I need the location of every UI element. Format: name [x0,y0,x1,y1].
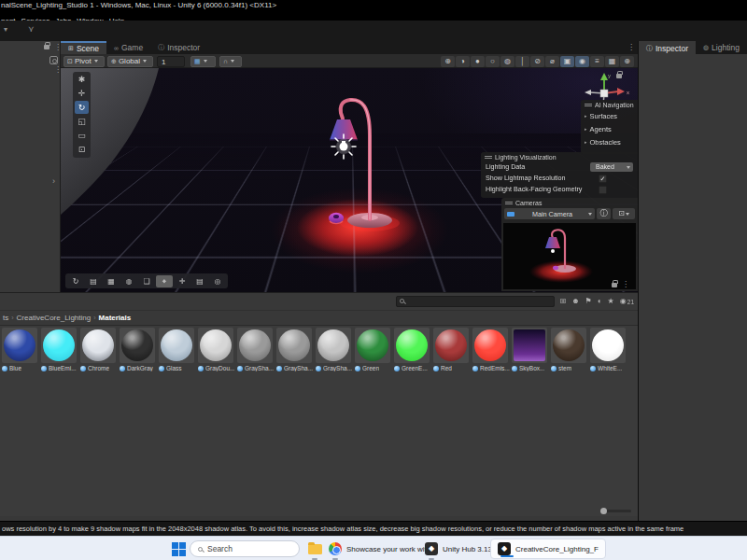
chrome-button[interactable]: Showcase your work wit [329,537,427,560]
pivot-icon: ⊡ [67,58,73,65]
tab-icon: ◍ [703,44,709,51]
lighting-data-dropdown[interactable]: Baked [590,162,633,172]
effects-dropdown-icon[interactable]: ◍ [500,56,514,67]
grid-settings-icon[interactable]: ▦ [605,56,619,67]
drag-handle[interactable] [505,202,513,204]
camera-select-dropdown[interactable]: Main Camera [504,208,595,219]
breadcrumb-current[interactable]: Materials [99,314,132,322]
paint-icon[interactable]: ❏ [138,275,155,287]
thumbnail-size-slider[interactable] [601,510,631,512]
start-button[interactable] [172,537,186,560]
layers-icon[interactable]: ▤ [191,275,208,287]
material-tile[interactable]: GraySha... [316,328,353,372]
cutting-tool-icon[interactable]: ⌀ [545,56,559,67]
scale-tool-icon[interactable]: ◱ [75,115,89,128]
project-search-input[interactable] [396,296,555,307]
show-lightmap-checkbox[interactable] [599,175,607,183]
lock-icon[interactable] [612,283,617,287]
material-tile[interactable]: Glass [159,328,196,372]
component-filter-icon[interactable]: ≡ [590,56,604,67]
material-tile[interactable]: GraySha... [237,328,275,372]
view-tab[interactable]: ∞ Game [106,41,150,54]
transform-tool-icon[interactable]: ⊡ [75,143,89,156]
expand-chevron-icon[interactable]: › [52,177,55,185]
material-tile[interactable]: BlueEmi... [41,328,78,372]
highlight-backfacing-checkbox[interactable] [599,186,607,194]
grid-size-input[interactable]: 1 [157,56,185,67]
material-tile[interactable]: Blue [2,328,39,372]
material-name: BlueEmi... [49,365,77,371]
material-tile[interactable]: GraySha... [276,328,314,372]
version-control-icon[interactable]: ⋎ [28,24,35,34]
filter-by-type-icon[interactable]: ☻ [571,296,580,307]
material-tile[interactable]: Red [433,328,471,372]
gizmo-y-label: y [608,73,611,78]
nav-section[interactable]: ▸ Obstacles [581,135,638,148]
hidden-objects-icon[interactable]: ⊘ [530,56,544,67]
filter-by-label-icon[interactable]: ⚑ [585,296,593,307]
scene-visibility-icon[interactable]: ◉ [575,56,589,67]
favorites-icon[interactable]: ★ [608,296,615,307]
material-tile[interactable]: DarkGray [120,328,157,372]
gizmo-lock-icon[interactable] [616,74,622,78]
material-tile[interactable]: GreenE... [394,328,431,372]
navigate-icon[interactable]: ◎ [209,275,226,287]
toolbar-dropdown-icon[interactable]: ▾ [4,25,7,34]
search-icon[interactable] [49,56,58,64]
kebab-menu-icon[interactable]: ⋮ [622,281,629,288]
panel-tab[interactable]: ◍ Lighting [696,41,747,54]
camera-settings-icon[interactable]: ▣ [560,56,574,67]
pivot-dropdown[interactable]: ⊡ Pivot [63,56,105,67]
move-icon[interactable]: ✛ [174,275,190,287]
material-tile[interactable]: Chrome [80,328,118,372]
tab-label: Inspector [167,43,200,52]
gizmos-dropdown-icon[interactable]: ⊕ [620,56,634,67]
grid-visual-icon[interactable]: ▦ [103,275,120,287]
snap-grid-dropdown[interactable]: ▦ [190,56,216,67]
search-provider-icon[interactable]: ◐ [598,296,603,307]
open-in-window-icon[interactable]: ⊞ [559,296,567,307]
separator[interactable]: │ [515,56,529,67]
panel-tab[interactable]: ⓘ Inspector [639,41,696,54]
snap-magnet-dropdown[interactable]: ∩ [219,56,242,67]
lighting-toggle-icon[interactable]: ● [471,56,485,67]
status-bar[interactable]: ows resolution by 4 to make 9 shadow map… [0,521,747,536]
breadcrumb-item[interactable]: ts [3,314,8,322]
file-explorer-button[interactable] [308,537,322,560]
camera-info-button[interactable]: ⓘ [597,208,611,219]
material-tile[interactable]: WhiteE... [590,328,627,372]
view-tab[interactable]: ⊞ Scene [61,41,106,54]
rect-tool-icon[interactable]: ▭ [75,129,89,142]
unity-hub-button[interactable]: ◆ Unity Hub 3.13.1 [425,537,499,560]
scene-viewport[interactable]: ✱ ✛ ↻ ◱ ▭ ⊡ [61,68,638,292]
view-tool-icon[interactable]: ✱ [75,73,89,86]
nav-section[interactable]: ▸ Surfaces [581,109,638,122]
render-doodads-icon[interactable]: ⊕ [441,56,455,67]
nav-section[interactable]: ▸ Agents [581,122,638,135]
rotate-tool-icon[interactable]: ↻ [75,101,89,114]
material-tile[interactable]: RedEmis... [472,328,510,372]
lock-icon[interactable] [44,45,49,49]
camera-frame-button[interactable]: ⊡ [613,208,635,219]
drag-handle[interactable] [485,156,492,159]
material-tile[interactable]: Green [355,328,392,372]
global-dropdown[interactable]: ⊕ Global [107,56,153,67]
material-tile[interactable]: SkyBox... [512,328,549,372]
taskbar-search[interactable]: Search [190,540,300,557]
audio-toggle-icon[interactable]: ○ [486,56,500,67]
hidden-packages-icon[interactable]: ◉ 21 [620,296,634,307]
kebab-menu-icon[interactable]: ⋮ [627,44,635,51]
effects-icon[interactable]: ◍ [120,275,137,287]
slider-knob[interactable] [600,508,607,514]
drag-handle[interactable] [585,104,592,106]
shaded-mode-icon[interactable]: ◑ [456,56,470,67]
material-tile[interactable]: GrayDou... [198,328,235,372]
display-icon[interactable]: ▤ [85,275,102,287]
unity-editor-button[interactable]: ◆ CreativeCore_Lighting_F [490,539,606,559]
breadcrumb-item[interactable]: CreativeCore_Lighting [17,314,92,322]
move-tool-icon[interactable]: ✛ [75,87,89,100]
view-tab[interactable]: ⓘ Inspector [150,41,207,54]
search-icon[interactable]: ⌖ [156,275,173,287]
material-tile[interactable]: stem [551,328,588,372]
orbit-icon[interactable]: ↻ [67,275,84,287]
